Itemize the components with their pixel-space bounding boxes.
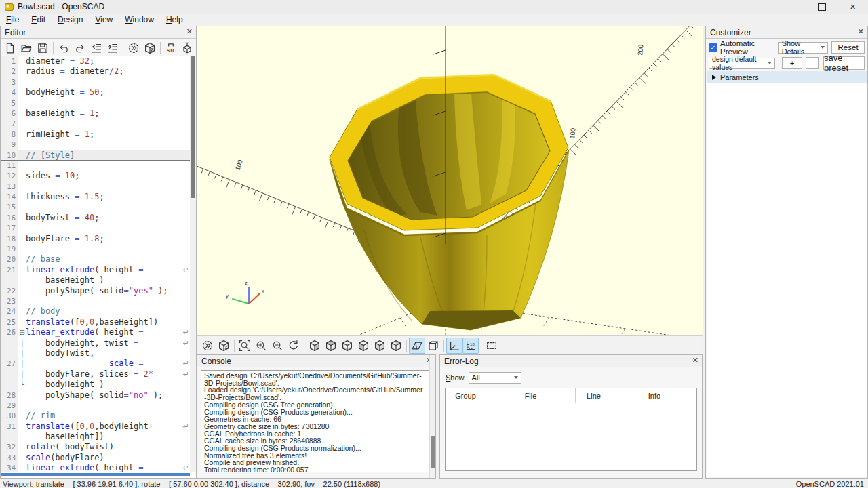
reset-view-button[interactable]: [285, 338, 302, 354]
show-scale-button[interactable]: 10: [462, 338, 479, 354]
line-number: 10: [1, 150, 18, 160]
code-editor[interactable]: 1diameter = 32;2radius = diameter/2;34bo…: [1, 56, 190, 472]
toolbar-separator: [443, 340, 444, 352]
render-button[interactable]: [142, 40, 158, 56]
toolbar-separator: [234, 340, 235, 352]
title-bar: Bowl.scad - OpenSCAD ─ ✕: [0, 0, 868, 14]
code-line-24: 24// body: [1, 306, 190, 317]
3d-viewport[interactable]: 200 100 100 z x y: [197, 26, 705, 336]
view-front-button[interactable]: [372, 338, 388, 354]
app-icon: [5, 3, 14, 12]
fold-marker-icon[interactable]: ⊟: [18, 327, 26, 338]
column-header-group: Group: [446, 388, 486, 403]
toolbar-separator: [123, 42, 123, 54]
undo-button[interactable]: [56, 40, 72, 56]
code-text: translate([0,0,bodyHeight+↵: [26, 422, 190, 432]
view-back-button[interactable]: [388, 338, 404, 354]
preview-button[interactable]: [199, 338, 216, 354]
menu-window[interactable]: Window: [119, 14, 160, 26]
line-number: [1, 369, 18, 380]
code-line-31: 31translate([0,0,bodyHeight+↵: [1, 422, 190, 432]
viewport-toolbar: 10: [197, 336, 705, 354]
code-text: polyShape( solid="yes" );: [26, 286, 190, 296]
redo-button[interactable]: [72, 40, 88, 56]
line-number: 21: [1, 265, 18, 275]
preview-button[interactable]: [125, 40, 142, 56]
fold-gutter: [18, 411, 26, 421]
redo-icon: [74, 42, 86, 54]
console-scrollbar[interactable]: [429, 355, 435, 478]
line-wrap-icon: ↵: [183, 369, 189, 380]
code-text: scale =↵: [26, 359, 190, 369]
fold-gutter: [18, 98, 26, 108]
code-text: baseHeight]): [26, 432, 190, 442]
view-all-icon: [486, 340, 498, 352]
save-file-button[interactable]: [35, 40, 51, 56]
view-right-button[interactable]: [307, 338, 323, 354]
unindent-button[interactable]: [88, 40, 104, 56]
render-icon: [218, 340, 230, 352]
editor-vertical-scrollbar[interactable]: [190, 56, 196, 472]
remove-preset-button[interactable]: -: [806, 57, 819, 69]
code-text: [26, 296, 190, 306]
code-text: bodyHeight, twist =↵: [26, 338, 190, 348]
chevron-down-icon: [821, 46, 825, 49]
view-left-button[interactable]: [355, 338, 372, 354]
show-axes-button[interactable]: [446, 338, 462, 354]
splitter[interactable]: [436, 354, 439, 479]
line-number: 14: [1, 192, 18, 202]
editor-horizontal-scrollbar[interactable]: [1, 473, 190, 476]
fold-gutter: [18, 286, 26, 296]
view-top-button[interactable]: [323, 338, 339, 354]
perspective-button[interactable]: [409, 338, 425, 354]
line-wrap-icon: ↵: [183, 359, 189, 369]
editor-close-icon[interactable]: ✕: [186, 27, 193, 36]
code-text: baseHeight = 1;: [26, 108, 190, 119]
view-bottom-button[interactable]: [339, 338, 355, 354]
save-preset-button[interactable]: save preset: [823, 56, 865, 70]
error-filter-dropdown[interactable]: All: [469, 372, 521, 384]
open-file-button[interactable]: [18, 40, 35, 56]
menu-file[interactable]: File: [0, 14, 25, 26]
code-text: [26, 140, 190, 150]
preset-dropdown[interactable]: design default values: [709, 58, 775, 69]
close-button[interactable]: ✕: [837, 0, 868, 14]
export-stl-button[interactable]: STL: [163, 40, 179, 56]
code-text: thickness = 1.5;: [26, 192, 190, 202]
menu-edit[interactable]: Edit: [25, 14, 52, 26]
render-button[interactable]: [216, 338, 232, 354]
menu-view[interactable]: View: [89, 14, 119, 26]
customizer-close-icon[interactable]: ✕: [858, 27, 864, 36]
menu-help[interactable]: Help: [160, 14, 189, 26]
view-all-button[interactable]: [484, 338, 500, 354]
add-preset-button[interactable]: +: [782, 57, 802, 69]
code-text: [26, 223, 190, 233]
zoom-out-button[interactable]: [269, 338, 285, 354]
minimize-button[interactable]: ─: [776, 0, 807, 14]
splitter[interactable]: [703, 26, 705, 479]
fold-gutter: [18, 306, 26, 317]
parameters-section-toggle[interactable]: Parameters: [707, 71, 867, 83]
line-number: 5: [1, 98, 18, 108]
new-file-button[interactable]: [2, 40, 18, 56]
code-line-26: 26⊟linear_extrude( height =↵: [1, 327, 190, 338]
customizer-panel-title: Customizer: [710, 28, 751, 37]
maximize-button[interactable]: [807, 0, 837, 14]
code-line-28: 28 polyShape( solid="no" );: [1, 390, 190, 401]
print-3d-button[interactable]: [179, 40, 195, 56]
indent-button[interactable]: [104, 40, 121, 56]
automatic-preview-checkbox[interactable]: ✓: [709, 43, 717, 52]
error-log-panel-header: Error-Log ✕: [440, 355, 702, 367]
zoom-in-button[interactable]: [253, 338, 269, 354]
render-icon: [144, 42, 156, 54]
error-log-close-icon[interactable]: ✕: [692, 356, 698, 365]
reset-button[interactable]: Reset: [831, 41, 865, 54]
menu-design[interactable]: Design: [52, 14, 89, 26]
zoom-all-button[interactable]: [237, 338, 253, 354]
line-number: [1, 338, 18, 348]
customizer-body: [707, 83, 867, 477]
code-line-22: 22 polyShape( solid="yes" );: [1, 286, 190, 296]
details-dropdown[interactable]: Show Details: [778, 42, 829, 54]
toolbar-separator: [481, 340, 481, 352]
orthogonal-button[interactable]: [425, 338, 441, 354]
